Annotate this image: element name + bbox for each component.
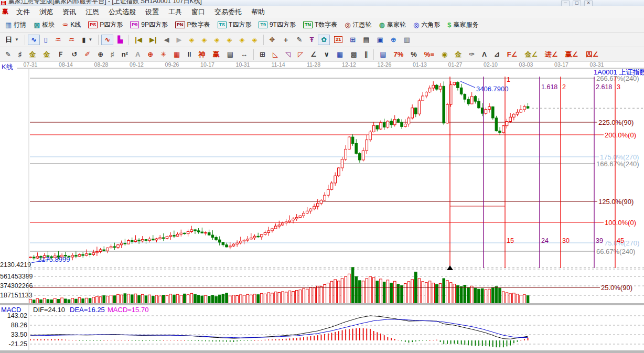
mini-chart-3-button[interactable]: ♒	[52, 35, 65, 45]
si-angle-button[interactable]: 四∠	[582, 49, 602, 60]
t-number-table-button[interactable]: TNT数字表	[300, 19, 340, 31]
draw-line-button[interactable]: ✎	[293, 35, 305, 45]
go-last-button[interactable]: ▶|	[146, 35, 160, 45]
crosshair-button[interactable]: ＋	[279, 35, 292, 45]
expand-horizontal-button[interactable]: ◈	[211, 35, 223, 45]
save-button[interactable]: ▣	[373, 35, 386, 45]
blue-wave-tool-button[interactable]: ∿	[28, 35, 40, 45]
ying-angle-button[interactable]: 赢∠	[562, 49, 582, 60]
9p-square-button[interactable]: P99P四方形	[127, 19, 171, 31]
circle-cross-button[interactable]: ⊕	[94, 49, 106, 60]
hexagon-button[interactable]: ◎六角形	[410, 19, 443, 31]
9t-square-button[interactable]: T99T四方形	[255, 19, 299, 31]
target-red-button[interactable]: ⊕	[144, 49, 156, 60]
pane-splitter[interactable]	[0, 303, 644, 305]
menu-item-gann[interactable]: 江恩	[81, 7, 104, 17]
f-angle-button[interactable]: F∠	[504, 49, 521, 60]
spiral-button[interactable]: ↺	[68, 49, 80, 60]
gold-angle-button[interactable]: 金∠	[521, 49, 541, 60]
grid-small-button[interactable]: ♯	[15, 49, 25, 60]
quotes-button[interactable]: ▦行情	[2, 19, 29, 31]
menu-item-trade[interactable]: 交易委托	[210, 7, 246, 17]
ruler-123-button[interactable]: ▤	[224, 49, 237, 60]
expand-vertical-button[interactable]: ◈	[224, 35, 235, 45]
brush-button[interactable]: ✑	[466, 49, 478, 60]
gold-gann-2-button[interactable]: 金	[40, 49, 53, 60]
winner-service-button[interactable]: $赢家服务	[444, 19, 481, 31]
grid-dense-button[interactable]: ♯	[108, 49, 117, 60]
menu-item-formula-picker[interactable]: 公式选股	[104, 7, 141, 17]
percent-button[interactable]: %	[407, 49, 420, 60]
report-doc-button[interactable]: ▯	[41, 35, 51, 45]
gann-wheel-button[interactable]: ◎江恩轮	[341, 19, 374, 31]
menu-item-tools[interactable]: 工具	[164, 7, 187, 17]
red-wave-tool-button[interactable]: ∿	[101, 35, 113, 45]
grid-blue-button[interactable]: ▦	[334, 49, 346, 60]
mini-chart-9-button[interactable]: ♒	[66, 35, 78, 45]
p-number-table-button[interactable]: PNP数字表	[172, 19, 213, 31]
grid-red-button[interactable]: ▦	[170, 49, 183, 60]
winner-wheel-button[interactable]: ◍赢家轮	[376, 19, 409, 31]
pencil-red-button[interactable]: ✐	[81, 49, 93, 60]
period-day-selector-button[interactable]: 日▼	[2, 35, 22, 45]
percent-lines-button[interactable]: %≡	[421, 49, 437, 60]
parallel-lines-button[interactable]: ∥	[361, 49, 371, 60]
pattern-tool-button[interactable]: ✿	[318, 35, 330, 45]
print-button[interactable]: ▥	[401, 35, 413, 45]
menu-item-window[interactable]: 窗口	[187, 7, 210, 17]
fan-red-button[interactable]: ◺	[270, 49, 281, 60]
kline-chart-canvas[interactable]: 07-3108-1408-2809-1209-2610-1710-3111-14…	[0, 62, 644, 353]
compress-view-button[interactable]: ◈	[237, 35, 248, 45]
step-forward-button[interactable]: ▶	[174, 35, 185, 45]
grid-shift-button[interactable]: ▩	[347, 49, 360, 60]
go-first-button[interactable]: |◀	[132, 35, 145, 45]
t-square-button[interactable]: TST四方形	[214, 19, 255, 31]
wave-tool-button[interactable]: Λ	[479, 49, 490, 60]
menu-item-file[interactable]: 文件	[12, 7, 35, 17]
chart-area[interactable]: 07-3108-1408-2809-1209-2610-1710-3111-14…	[0, 62, 644, 353]
candle-style-selector-button[interactable]: ▮▼	[79, 35, 95, 45]
coin-circle-button[interactable]: ◉	[438, 49, 450, 60]
fan-purple-button[interactable]: ◹	[282, 49, 294, 60]
menu-item-help[interactable]: 帮助	[246, 7, 270, 17]
shen-tool-icon: 神	[199, 51, 206, 58]
step-back-button[interactable]: ◀	[161, 35, 173, 45]
bars-small-button[interactable]: ǀǀ	[184, 49, 194, 60]
menu-item-browse[interactable]: 浏览	[35, 7, 58, 17]
list-blue-button[interactable]: ▤	[377, 49, 389, 60]
ying-tool-button[interactable]: 赢	[210, 49, 223, 60]
kline-button[interactable]: ♒K线	[59, 19, 84, 31]
right-triangle-button[interactable]: ⊿	[491, 49, 503, 60]
gold-lines-button[interactable]: 金	[452, 49, 465, 60]
calendar-button[interactable]: 21	[331, 35, 346, 45]
box-tool-button[interactable]: ⊞	[256, 49, 269, 60]
expand-all-button[interactable]: ◈	[249, 35, 261, 45]
zoom-in-x-button[interactable]: ◈	[199, 35, 210, 45]
menu-item-settings[interactable]: 设置	[141, 7, 164, 17]
v-lines-button[interactable]: ∨	[321, 49, 333, 60]
jin-angle-button[interactable]: 进∠	[542, 49, 561, 60]
angle-lines-button[interactable]: ∠	[307, 49, 320, 60]
calendar-icon: 21	[334, 36, 342, 43]
star-red-button[interactable]: ✳	[157, 49, 169, 60]
percent-7-button[interactable]: 7%	[391, 49, 407, 60]
zoom-out-x-button[interactable]: ◈	[186, 35, 198, 45]
go-first-icon: |◀	[135, 36, 142, 44]
gold-gann-1-button[interactable]: 金	[26, 49, 39, 60]
memo-button[interactable]: ▤	[360, 35, 372, 45]
fan-box-button[interactable]: ◸	[295, 49, 306, 60]
calculator-button[interactable]: ⊞	[347, 35, 359, 45]
pencil-button[interactable]: ✎	[2, 49, 14, 60]
angle-a-button[interactable]: A	[132, 49, 143, 60]
n-square-button[interactable]: n²	[119, 49, 131, 60]
p-square-button[interactable]: PSP四方形	[85, 19, 126, 31]
network-button[interactable]: ⊕	[388, 35, 400, 45]
shen-tool-button[interactable]: 神	[196, 49, 209, 60]
purple-tool-button[interactable]: Ŧ	[306, 35, 317, 45]
menu-item-news[interactable]: 资讯	[58, 7, 81, 17]
width-measure-button[interactable]: ↔	[238, 49, 251, 60]
fibonacci-f-button[interactable]: Ｆ	[54, 49, 67, 60]
color-histogram-button[interactable]: ▙	[114, 35, 126, 45]
sectors-button[interactable]: ▩板块	[30, 19, 58, 31]
pan-hand-button[interactable]: ✥	[266, 35, 278, 45]
